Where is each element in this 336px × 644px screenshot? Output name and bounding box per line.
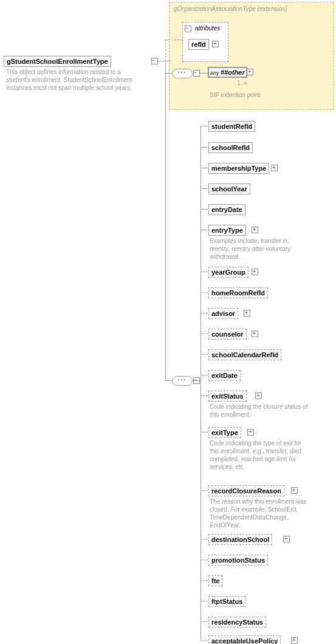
elem-exitType: exitType (208, 427, 241, 438)
elem-promotionStatus: promotionStatus (208, 555, 268, 566)
connector (201, 230, 208, 230)
note-recordClosureReason: The reason why this enrollment was close… (210, 498, 310, 529)
exp-exitStatus[interactable] (255, 392, 262, 399)
c-to-mainseq (165, 380, 172, 381)
ext-seq (172, 69, 193, 78)
connector (201, 313, 208, 313)
elem-exitDate: exitDate (208, 370, 241, 381)
connector (201, 490, 208, 491)
elem-ftptStatus: ftptStatus (208, 596, 245, 607)
connector (201, 126, 208, 126)
root-note: This object defines information related … (6, 68, 146, 92)
connector (201, 168, 208, 168)
c-to-attr (165, 39, 182, 40)
attr-refid: refId (188, 39, 209, 50)
note-exitType: Code indicating the type of exit for thi… (210, 439, 310, 471)
c-root-r (158, 61, 171, 61)
connector (201, 640, 208, 641)
connector (201, 560, 208, 560)
exp-counselor[interactable] (252, 331, 258, 337)
connector (201, 334, 208, 334)
connector (201, 375, 208, 375)
connector (201, 580, 208, 581)
connector (201, 147, 208, 148)
ext-any-exp[interactable] (247, 69, 253, 75)
elem-schoolYear: schoolYear (208, 183, 250, 194)
c-extseq-any (200, 73, 208, 74)
connector (201, 622, 208, 622)
elem-fte: fte (208, 575, 222, 586)
exp-acceptableUsePolicy[interactable] (291, 637, 298, 644)
note-exitStatus: Code indicating the closure status of th… (210, 403, 310, 419)
exp-recordClosureReason[interactable] (291, 487, 298, 494)
elem-advisor: advisor (208, 308, 238, 319)
c-to-attr-v (165, 39, 166, 61)
connector (201, 188, 208, 189)
root-expand[interactable] (151, 58, 158, 64)
elem-schoolRefId: schoolRefId (208, 142, 253, 153)
c-seq-out (193, 380, 201, 381)
exp-advisor[interactable] (244, 310, 250, 317)
ext-card: 1..∞ (237, 79, 248, 87)
attr-refid-exp[interactable] (212, 41, 219, 47)
elem-schoolCalendarRefId: schoolCalendarRefId (208, 349, 281, 360)
elem-entryDate: entryDate (208, 204, 245, 215)
c-to-extseq (165, 73, 172, 74)
exp-destinationSchool[interactable] (283, 536, 290, 543)
elem-studentRefId: studentRefId (208, 121, 255, 132)
exp-entryType[interactable] (252, 227, 258, 233)
ext-seq-exp[interactable] (193, 70, 200, 77)
connector (201, 601, 208, 601)
note-entryType: Examples include, transfer in, reentry, … (210, 237, 310, 261)
c-children-v (201, 126, 201, 640)
connector (201, 354, 208, 355)
elem-membershipType: membershipType (208, 163, 269, 174)
elem-counselor: counselor (208, 329, 247, 340)
elem-recordClosureReason: recordClosureReason (208, 485, 284, 496)
exp-yearGroup[interactable] (252, 269, 258, 275)
elem-yearGroup: yearGroup (208, 267, 249, 278)
main-seq (172, 376, 193, 386)
connector (201, 432, 208, 433)
connector (201, 272, 208, 272)
elem-acceptableUsePolicy: acceptableUsePolicy (208, 635, 281, 644)
elem-destinationSchool: destinationSchool (208, 534, 272, 545)
connector (201, 209, 208, 210)
elem-exitStatus: exitStatus (208, 391, 247, 402)
ext-any-wrap: any ##other (208, 67, 247, 78)
c-v-main (165, 61, 166, 381)
exp-exitType[interactable] (247, 429, 254, 436)
connector (201, 396, 208, 396)
root-type: gStudentSchoolEnrollmentType (4, 56, 111, 67)
connector (201, 292, 208, 293)
elem-residencyStatus: residencyStatus (208, 617, 266, 628)
exp-membershipType[interactable] (271, 165, 278, 171)
connector (201, 539, 208, 540)
elem-homeRoomRefId: homeRoomRefId (208, 287, 268, 298)
ext-title: gOrganizationAssociationType (extension) (174, 5, 287, 13)
ext-note: SIF extention point (210, 91, 260, 99)
elem-entryType: entryType (208, 225, 246, 236)
attr-label: attributes (193, 24, 222, 32)
attr-toggle[interactable] (185, 26, 191, 32)
